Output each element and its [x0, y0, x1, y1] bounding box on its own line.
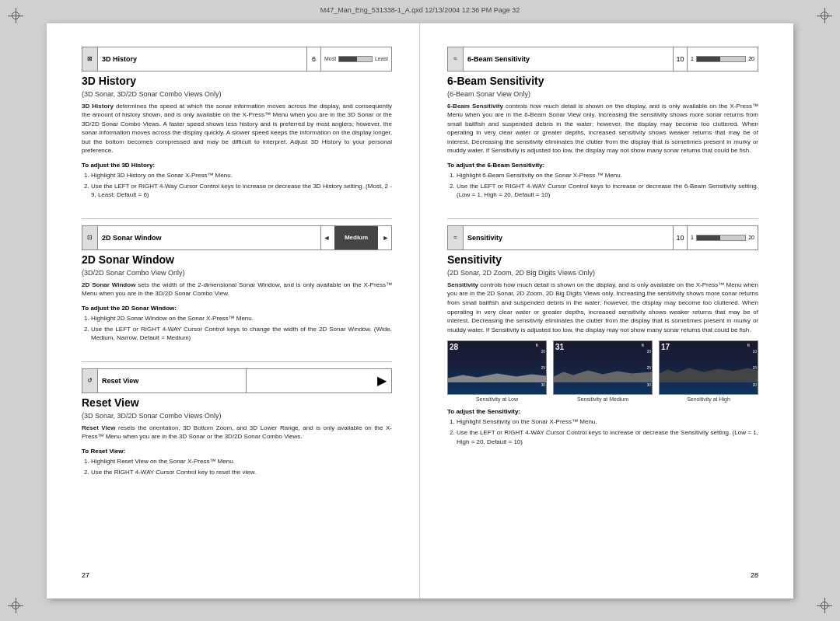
- reg-mark-bl: [8, 598, 23, 613]
- 6beam-filled: [697, 57, 720, 61]
- left-page-number: 27: [82, 567, 392, 579]
- 3d-history-steps: Highlight 3D History on the Sonar X-Pres…: [82, 171, 392, 200]
- 2d-sonar-step-title: To adjust the 2D Sonar Window:: [82, 305, 392, 312]
- depth-tick: 20: [749, 382, 757, 387]
- depth-tick: 25: [537, 365, 545, 370]
- depth-scale-high: 10 15 20: [748, 341, 758, 394]
- reg-mark-br: [817, 598, 832, 613]
- list-item: Highlight 6-Beam Sensitivity on the Sona…: [457, 171, 758, 180]
- slider-track-3d: [338, 56, 373, 62]
- depth-tick: 25: [643, 365, 651, 370]
- reset-view-control-bar[interactable]: ↺ Reset View ▶: [82, 368, 392, 393]
- list-item: Highlight 2D Sonar Window on the Sonar X…: [91, 314, 392, 323]
- 2d-sonar-window-title: 2D Sonar Window: [82, 253, 174, 266]
- 6beam-track: [696, 56, 746, 62]
- 6beam-max: 20: [748, 56, 754, 61]
- section-2d-sonar-window: ⊡ 2D Sonar Window ◄ Medium ► 2D Sonar Wi…: [82, 225, 392, 344]
- 2d-sonar-window-subtitle: (3D/2D Sonar Combo View Only): [82, 269, 392, 277]
- sensitivity-medium-image: 31 ft 20 25 30: [553, 340, 653, 395]
- list-item: Use the LEFT or RIGHT 4-WAY Cursor Contr…: [457, 182, 758, 200]
- sensitivity-low-image: 28 ft 20 25 30: [447, 340, 547, 395]
- section-reset-view: ↺ Reset View ▶ Reset View (3D Sonar, 3D/…: [82, 368, 392, 478]
- sensitivity-step-title: To adjust the Sensitivity:: [447, 408, 758, 415]
- 6beam-control-bar[interactable]: ≈ 6-Beam Sensitivity 10 1 20: [447, 47, 758, 72]
- sensitivity-title: Sensitivity: [447, 253, 502, 266]
- right-page-number: 28: [447, 567, 758, 579]
- depth-scale-low: 20 25 30: [537, 341, 546, 394]
- 3d-history-value: 6: [307, 47, 321, 71]
- reset-view-subtitle: (3D Sonar, 3D/2D Sonar Combo Views Only): [82, 412, 392, 420]
- list-item: Use the RIGHT 4-WAY Cursor Control key t…: [91, 468, 392, 477]
- sensitivity-control-bar[interactable]: ≈ Sensitivity 10 1 20: [447, 225, 758, 250]
- divider-2: [82, 361, 392, 362]
- sensitivity-medium-container: 31 ft 20 25 30 Sensitivity at Medium: [553, 340, 653, 402]
- sensitivity-low-caption: Sensitivity at Low: [476, 396, 518, 402]
- right-arrow-icon[interactable]: ►: [380, 226, 391, 249]
- sonar-low-bottom: [448, 367, 546, 382]
- sonar-high-bottom: [660, 367, 758, 382]
- depth-scale-medium: 20 25 30: [642, 341, 652, 394]
- reset-view-steps: Highlight Reset View on the Sonar X-Pres…: [82, 457, 392, 476]
- slider-most-label: Most: [324, 56, 336, 61]
- slider-least-label: Least: [375, 56, 388, 61]
- list-item: Use the LEFT or RIGHT 4-WAY Cursor Contr…: [457, 428, 758, 446]
- left-arrow-icon[interactable]: ◄: [321, 226, 332, 249]
- book-spread: ⊠ 3D History 6 Most Least 3D History (3D…: [47, 23, 793, 598]
- sonar-high-display: 17 ft 10 15 20: [660, 341, 758, 394]
- sonar-medium-depth: 31: [555, 343, 564, 351]
- reg-mark-tl: [8, 8, 23, 23]
- sensitivity-images: 28 ft 20 25 30 Sensitivity at Low: [447, 340, 758, 402]
- sensitivity-body: Sensitivity controls how much detail is …: [447, 281, 758, 335]
- sensitivity-medium-caption: Sensitivity at Medium: [577, 396, 628, 402]
- 2d-sonar-slider[interactable]: ◄ Medium ►: [321, 226, 391, 249]
- reset-view-body: Reset View resets the orientation, 3D Bo…: [82, 424, 392, 441]
- divider-1: [82, 218, 392, 219]
- sensitivity-high-container: 17 ft 10 15 20 Sensitivity at High: [659, 340, 758, 402]
- 6beam-steps: Highlight 6-Beam Sensitivity on the Sona…: [447, 171, 758, 200]
- 3d-history-subtitle: (3D Sonar, 3D/2D Sonar Combo Views Only): [82, 90, 392, 98]
- sonar-low-display: 28 ft 20 25 30: [448, 341, 546, 394]
- 3d-history-slider[interactable]: Most Least: [321, 47, 391, 71]
- sensitivity-high-image: 17 ft 10 15 20: [659, 340, 758, 395]
- sonar-medium-display: 31 ft 20 25 30: [554, 341, 652, 394]
- 6beam-slider[interactable]: 1 20: [688, 47, 758, 71]
- slider-filled-3d: [339, 57, 357, 61]
- sonar-low-depth: 28: [450, 343, 458, 351]
- sensitivity-filled: [697, 235, 720, 240]
- reset-view-icon: ↺: [82, 369, 98, 392]
- reg-mark-tr: [817, 8, 832, 23]
- 6beam-min: 1: [691, 56, 694, 61]
- 3d-history-step-title: To adjust the 3D History:: [82, 162, 392, 169]
- depth-tick: 15: [749, 365, 757, 370]
- 6beam-value: 10: [674, 47, 688, 71]
- 2d-sonar-icon: ⊡: [82, 226, 98, 249]
- 3d-history-icon: ⊠: [82, 47, 98, 71]
- 3d-history-body: 3D History determines the speed at which…: [82, 102, 392, 156]
- print-header: M47_Man_Eng_531338-1_A.qxd 12/13/2004 12…: [320, 6, 520, 14]
- sensitivity-subtitle: (2D Sonar, 2D Zoom, 2D Big Digits Views …: [447, 269, 758, 277]
- list-item: Highlight 3D History on the Sonar X-Pres…: [91, 171, 392, 180]
- depth-tick: 30: [643, 382, 651, 387]
- reset-view-title: Reset View: [82, 396, 139, 409]
- reset-arrow-icon: ▶: [377, 373, 387, 388]
- 6beam-step-title: To adjust the 6-Beam Sensitivity:: [447, 162, 758, 169]
- page-wrapper: M47_Man_Eng_531338-1_A.qxd 12/13/2004 12…: [0, 0, 840, 621]
- reset-view-arrow: ▶: [247, 369, 391, 392]
- section-6beam-sensitivity: ≈ 6-Beam Sensitivity 10 1 20 6-Beam Sens…: [447, 47, 758, 201]
- 2d-sonar-control-bar[interactable]: ⊡ 2D Sonar Window ◄ Medium ►: [82, 225, 392, 250]
- list-item: Use the LEFT or RIGHT 4-WAY Cursor Contr…: [91, 325, 392, 343]
- sensitivity-max: 20: [748, 235, 754, 240]
- sensitivity-high-caption: Sensitivity at High: [687, 396, 730, 402]
- depth-tick: 10: [749, 349, 757, 354]
- list-item: Highlight Sensitivity on the Sonar X-Pre…: [457, 417, 758, 427]
- sensitivity-low-container: 28 ft 20 25 30 Sensitivity at Low: [447, 340, 547, 402]
- sensitivity-label: Sensitivity: [464, 226, 674, 249]
- list-item: Highlight Reset View on the Sonar X-Pres…: [91, 457, 392, 466]
- sensitivity-slider[interactable]: 1 20: [688, 226, 758, 249]
- 6beam-icon: ≈: [448, 47, 464, 71]
- sensitivity-steps: Highlight Sensitivity on the Sonar X-Pre…: [447, 417, 758, 446]
- 6beam-body: 6-Beam Sensitivity controls how much det…: [447, 102, 758, 156]
- left-page: ⊠ 3D History 6 Most Least 3D History (3D…: [47, 23, 420, 598]
- 3d-history-control-bar[interactable]: ⊠ 3D History 6 Most Least: [82, 47, 392, 72]
- sensitivity-track: [696, 235, 746, 241]
